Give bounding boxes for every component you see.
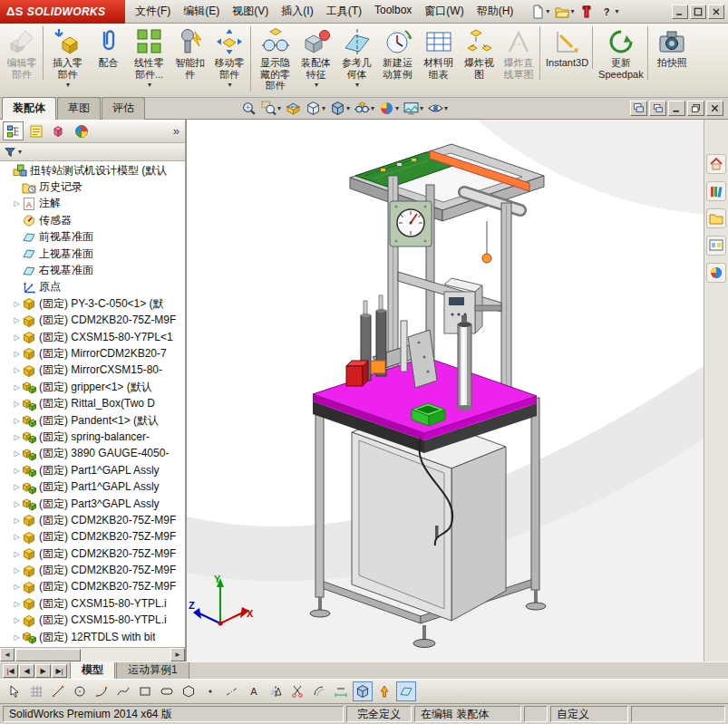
expander-icon[interactable]: ▷ xyxy=(12,550,22,558)
tree-item[interactable]: 右视基准面 xyxy=(0,262,185,278)
expander-icon[interactable]: ▷ xyxy=(12,633,22,642)
ribbon-button[interactable]: 爆炸视 图 xyxy=(459,26,500,80)
panel-tab-button[interactable] xyxy=(25,121,46,140)
sk-circle-icon[interactable] xyxy=(70,681,90,701)
ribbon-button[interactable]: 线性零 部件... xyxy=(129,26,170,92)
expander-icon[interactable]: ▷ xyxy=(12,467,22,475)
tree-item[interactable]: ▷ (固定) Part1^GAPL Assly xyxy=(0,462,185,478)
minimize-icon[interactable] xyxy=(672,5,688,19)
tree-item[interactable]: ▷ (固定) CDM2KB20-75Z-M9F xyxy=(0,562,185,578)
tree-item[interactable]: ▷ (固定) 3890 GAUGE-4050- xyxy=(0,446,185,462)
tree-item[interactable]: ▷ (固定) CDM2KB20-75Z-M9F xyxy=(0,512,185,528)
expander-icon[interactable]: ▷ xyxy=(12,333,22,342)
maximize-icon[interactable] xyxy=(690,5,706,19)
close-icon[interactable] xyxy=(708,5,724,19)
expander-icon[interactable]: ▷ xyxy=(12,483,22,491)
expander-icon[interactable]: ▷ xyxy=(12,516,22,525)
tree-item[interactable]: ▷ (固定) CDM2KB20-75Z-M9F xyxy=(0,313,185,329)
ribbon-button[interactable]: 参考几 何体 xyxy=(336,26,377,92)
ribbon-button[interactable]: 装配体 特征 xyxy=(296,26,336,92)
tree-item[interactable]: ▷ (固定) Pandent<1> (默认 xyxy=(0,412,185,429)
view-tool-button[interactable] xyxy=(354,100,375,117)
sk-text-icon[interactable]: A xyxy=(244,681,264,701)
view-tool-button[interactable] xyxy=(285,100,302,117)
tree-item[interactable]: 原点 xyxy=(0,279,185,295)
view-tool-button[interactable] xyxy=(378,100,400,117)
command-tab[interactable]: 装配体 xyxy=(2,97,56,120)
ribbon-button[interactable]: 显示隐 藏的零 部件 xyxy=(255,26,296,92)
quick-access-button[interactable]: ? xyxy=(597,3,620,21)
view-tool-button[interactable] xyxy=(329,100,351,117)
view-tool-button[interactable] xyxy=(305,100,326,117)
tab-nav-button[interactable]: ◀ xyxy=(19,664,34,678)
minimize-icon[interactable] xyxy=(668,101,685,116)
restore-icon[interactable] xyxy=(687,101,704,116)
sk-trim-icon[interactable] xyxy=(287,681,307,701)
expander-icon[interactable]: ▷ xyxy=(12,366,22,374)
tree-item[interactable]: ▷ (固定) MirrorCXSM15-80- xyxy=(0,362,185,379)
ribbon-button[interactable]: Instant3D xyxy=(544,26,593,69)
tree-item[interactable]: ▷ (固定) CXSM15-80-YTPL.i xyxy=(0,595,185,612)
horizontal-scrollbar[interactable]: ◄ ► xyxy=(0,647,185,661)
sk-arrow-up-icon[interactable] xyxy=(374,681,394,701)
sk-polygon-icon[interactable] xyxy=(179,681,199,701)
sk-spline-icon[interactable] xyxy=(113,681,133,701)
file-explorer-icon[interactable] xyxy=(706,208,726,228)
chevron-right-icon[interactable]: » xyxy=(173,124,182,138)
expander-icon[interactable]: ▷ xyxy=(12,400,22,408)
expander-icon[interactable]: ▷ xyxy=(12,300,22,308)
status-custom[interactable]: 自定义 xyxy=(550,706,628,722)
expander-icon[interactable]: ▷ xyxy=(12,583,22,591)
close-icon[interactable] xyxy=(706,101,723,116)
menu-item[interactable]: 帮助(H) xyxy=(471,0,520,24)
tree-item[interactable]: ▷ (固定) Rittal_Box(Two D xyxy=(0,395,185,411)
menu-item[interactable]: 视图(V) xyxy=(226,0,275,24)
tree-item[interactable]: ▷ (固定) Part1^GAPL Assly xyxy=(0,478,185,495)
menu-item[interactable]: 插入(I) xyxy=(275,0,319,24)
tab-nav-button[interactable]: ▶| xyxy=(52,664,67,678)
expander-icon[interactable]: ▷ xyxy=(12,433,22,441)
sk-arc-icon[interactable] xyxy=(92,681,112,701)
tree-item[interactable]: ▷ (固定) gripper<1> (默认 xyxy=(0,379,185,395)
ribbon-button[interactable]: 编辑零 部件 xyxy=(3,26,44,80)
tab-nav-button[interactable]: |◀ xyxy=(3,664,18,678)
expander-icon[interactable]: ▷ xyxy=(12,566,22,574)
tree-item[interactable]: ▷ A 注解 xyxy=(0,196,185,212)
tree-item[interactable]: ▷ (固定) CDM2KB20-75Z-M9F xyxy=(0,579,185,595)
scroll-right-icon[interactable]: ► xyxy=(170,648,185,661)
tree-item[interactable]: ▷ (固定) Part3^GAPL Assly xyxy=(0,496,185,512)
appearances-icon[interactable] xyxy=(706,263,726,283)
model-tab[interactable]: 运动算例1 xyxy=(116,662,189,680)
expander-icon[interactable]: ▷ xyxy=(12,449,22,458)
design-library-icon[interactable] xyxy=(706,181,726,201)
command-tab[interactable]: 评估 xyxy=(102,97,145,120)
tree-item[interactable]: 前视基准面 xyxy=(0,229,185,246)
expander-icon[interactable]: ▷ xyxy=(12,533,22,541)
quick-access-button[interactable] xyxy=(553,3,576,21)
quick-access-button[interactable] xyxy=(529,3,551,21)
expander-icon[interactable]: ▷ xyxy=(12,316,22,324)
sk-offset-icon[interactable] xyxy=(309,681,329,701)
ribbon-button[interactable]: 新建运 动算例 xyxy=(377,26,418,80)
view-tool-button[interactable] xyxy=(240,100,257,117)
ribbon-button[interactable]: 更新 Speedpak xyxy=(597,26,648,80)
sk-select-icon[interactable] xyxy=(5,681,24,701)
sk-rect-icon[interactable] xyxy=(135,681,155,701)
ribbon-button[interactable]: 拍快照 xyxy=(652,26,693,69)
view-tool-button[interactable] xyxy=(427,100,449,117)
model-tab[interactable]: 模型 xyxy=(70,662,115,680)
cascade-icon[interactable] xyxy=(649,101,666,116)
ribbon-button[interactable]: 材料明 细表 xyxy=(418,26,459,80)
command-tab[interactable]: 草图 xyxy=(57,97,101,120)
expander-icon[interactable]: ▷ xyxy=(12,199,22,208)
scrollbar-thumb[interactable] xyxy=(15,649,81,661)
panel-tab-button[interactable] xyxy=(71,121,92,140)
tile-icon[interactable] xyxy=(630,101,647,116)
tree-item[interactable]: ▷ (固定) CDM2KB20-75Z-M9F xyxy=(0,529,185,545)
sk-plane-icon[interactable] xyxy=(396,681,416,701)
tree-item[interactable]: ▷ (固定) CDM2KB20-75Z-M9F xyxy=(0,545,185,562)
sk-point-icon[interactable] xyxy=(200,681,220,701)
sk-grid-icon[interactable] xyxy=(26,681,46,701)
tree-item[interactable]: ▷ (固定) PY-3-C-050<1> (默 xyxy=(0,295,185,312)
filter-bar[interactable]: ▾ xyxy=(0,143,185,161)
